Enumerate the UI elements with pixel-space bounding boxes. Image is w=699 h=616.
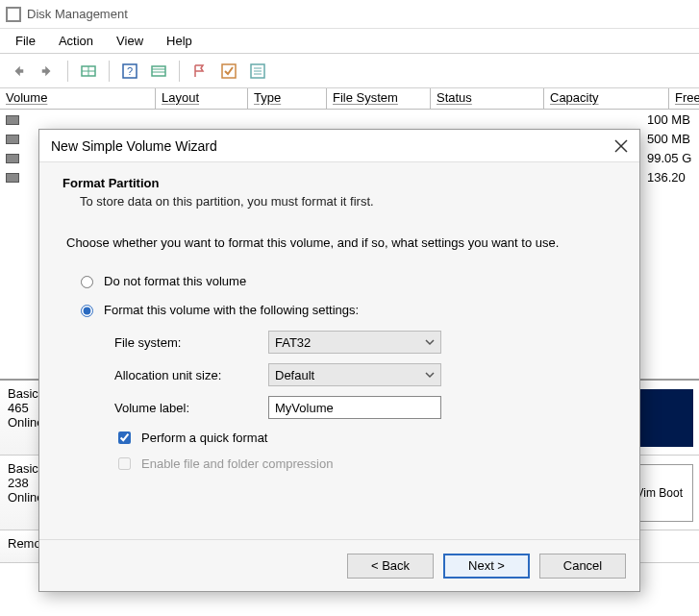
- col-type[interactable]: Type: [248, 88, 327, 109]
- table-icon: [81, 63, 96, 79]
- menu-file[interactable]: File: [6, 30, 45, 52]
- dialog-body: Choose whether you want to format this v…: [39, 218, 639, 492]
- toolbar-flag-button[interactable]: [187, 59, 212, 84]
- dialog-footer: < Back Next > Cancel: [39, 539, 639, 591]
- wizard-heading: Format Partition: [62, 176, 616, 190]
- app-title: Disk Management: [27, 7, 128, 21]
- list-icon: [151, 63, 166, 79]
- nav-back-button[interactable]: [6, 59, 31, 84]
- table-row[interactable]: 100 MB: [0, 110, 699, 129]
- chevron-down-icon: [425, 337, 435, 347]
- toolbar: ?: [0, 54, 699, 88]
- disk-icon: [6, 154, 19, 163]
- toolbar-separator: [67, 61, 68, 82]
- toolbar-separator: [179, 61, 180, 82]
- checkbox-input[interactable]: [118, 431, 131, 444]
- select-allocation[interactable]: Default: [268, 363, 441, 386]
- cancel-button[interactable]: Cancel: [539, 554, 626, 579]
- free-cell: 136.20: [641, 170, 699, 185]
- label-allocation: Allocation unit size:: [114, 368, 268, 382]
- arrow-left-icon: [12, 64, 25, 78]
- field-volume-label: Volume label:: [114, 396, 612, 419]
- col-capacity[interactable]: Capacity: [544, 88, 669, 109]
- close-button[interactable]: [614, 139, 628, 153]
- dialog-title: New Simple Volume Wizard: [51, 138, 217, 154]
- toolbar-props-button[interactable]: [245, 59, 270, 84]
- back-button[interactable]: < Back: [347, 554, 434, 579]
- instruction-text: Choose whether you want to format this v…: [66, 235, 612, 250]
- check-quick-format[interactable]: Perform a quick format: [114, 429, 612, 447]
- radio-input[interactable]: [81, 305, 93, 317]
- label-filesystem: File system:: [114, 335, 268, 350]
- toolbar-table-button[interactable]: [76, 59, 101, 84]
- input-volume-label[interactable]: [268, 396, 441, 419]
- free-cell: 500 MB: [641, 132, 699, 146]
- menu-action[interactable]: Action: [49, 30, 103, 52]
- disk-icon: [6, 173, 19, 183]
- checkbox-label: Perform a quick format: [141, 431, 268, 445]
- svg-text:?: ?: [127, 65, 133, 77]
- col-status[interactable]: Status: [431, 88, 544, 109]
- window-title-bar: Disk Management: [0, 0, 699, 29]
- toolbar-check-button[interactable]: [216, 59, 241, 84]
- next-button[interactable]: Next >: [443, 554, 530, 579]
- field-filesystem: File system: FAT32: [114, 331, 612, 354]
- checkbox-input: [118, 457, 131, 470]
- free-cell: 99.05 G: [641, 151, 699, 165]
- col-free[interactable]: Free Sp: [669, 88, 699, 109]
- menu-bar: File Action View Help: [0, 29, 699, 54]
- check-icon: [221, 63, 237, 79]
- menu-view[interactable]: View: [107, 30, 153, 52]
- field-allocation: Allocation unit size: Default: [114, 363, 612, 386]
- dialog-header: Format Partition To store data on this p…: [39, 162, 639, 218]
- arrow-right-icon: [40, 64, 54, 78]
- toolbar-list-button[interactable]: [146, 59, 171, 84]
- col-layout[interactable]: Layout: [156, 88, 248, 109]
- disk-icon: [6, 115, 19, 125]
- nav-forward-button[interactable]: [35, 59, 60, 84]
- properties-icon: [250, 63, 265, 79]
- col-volume[interactable]: Volume: [0, 88, 156, 109]
- help-icon: ?: [122, 63, 137, 79]
- radio-noformat[interactable]: Do not format this volume: [76, 273, 612, 288]
- dialog-title-bar: New Simple Volume Wizard: [39, 130, 639, 162]
- app-icon: [6, 7, 21, 22]
- select-value: Default: [275, 368, 314, 382]
- chevron-down-icon: [425, 370, 435, 380]
- toolbar-help-button[interactable]: ?: [117, 59, 142, 84]
- partition-label: Vim Boot: [637, 486, 683, 500]
- volumes-header: Volume Layout Type File System Status Ca…: [0, 88, 699, 110]
- label-volume-label: Volume label:: [114, 401, 268, 415]
- checkbox-label: Enable file and folder compression: [141, 456, 333, 471]
- disk-icon: [6, 135, 19, 144]
- wizard-subheading: To store data on this partition, you mus…: [80, 194, 616, 209]
- radio-input[interactable]: [81, 276, 93, 288]
- radio-label: Format this volume with the following se…: [104, 303, 359, 317]
- flag-icon: [192, 63, 208, 79]
- menu-help[interactable]: Help: [157, 30, 202, 52]
- radio-label: Do not format this volume: [104, 274, 246, 288]
- select-value: FAT32: [275, 335, 311, 350]
- select-filesystem[interactable]: FAT32: [268, 331, 441, 354]
- check-compression: Enable file and folder compression: [114, 455, 612, 473]
- free-cell: 100 MB: [641, 112, 699, 127]
- svg-rect-5: [152, 66, 165, 76]
- toolbar-separator: [109, 61, 110, 82]
- radio-format[interactable]: Format this volume with the following se…: [76, 302, 612, 317]
- col-fs[interactable]: File System: [327, 88, 431, 109]
- wizard-dialog: New Simple Volume Wizard Format Partitio…: [38, 129, 640, 592]
